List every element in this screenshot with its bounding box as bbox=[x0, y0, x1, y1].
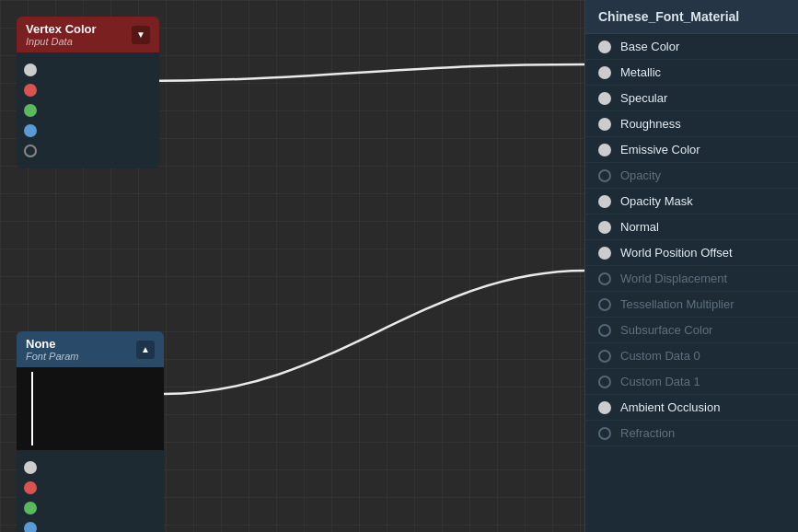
material-row-label: Custom Data 1 bbox=[620, 375, 700, 388]
material-row[interactable]: Base Color bbox=[585, 34, 798, 60]
material-panel-title: Chinese_Font_Material bbox=[585, 0, 798, 34]
material-pin bbox=[598, 40, 611, 53]
pin-red[interactable] bbox=[24, 481, 37, 494]
material-row[interactable]: Custom Data 0 bbox=[585, 343, 798, 369]
material-row[interactable]: Refraction bbox=[585, 421, 798, 446]
material-row-label: Subsurface Color bbox=[620, 323, 712, 337]
pin-white[interactable] bbox=[24, 461, 37, 474]
material-row[interactable]: Tessellation Multiplier bbox=[585, 292, 798, 318]
material-row[interactable]: Custom Data 1 bbox=[585, 369, 798, 395]
material-row[interactable]: Emissive Color bbox=[585, 137, 798, 163]
material-row-label: Base Color bbox=[620, 40, 679, 53]
pin-row bbox=[17, 141, 159, 161]
material-row[interactable]: Normal bbox=[585, 214, 798, 240]
vertex-color-title: Vertex Color bbox=[26, 22, 97, 36]
pin-row bbox=[17, 100, 159, 121]
material-row-label: Metallic bbox=[620, 65, 661, 79]
material-pin bbox=[598, 92, 611, 105]
vertex-color-collapse-button[interactable]: ▼ bbox=[132, 26, 150, 44]
material-pin bbox=[598, 401, 611, 414]
material-panel: Chinese_Font_Material Base ColorMetallic… bbox=[584, 0, 798, 532]
material-row-label: Custom Data 0 bbox=[620, 349, 700, 363]
vertex-color-body bbox=[17, 52, 159, 168]
pin-row bbox=[17, 457, 164, 478]
material-row[interactable]: Subsurface Color bbox=[585, 318, 798, 343]
none-node-header: None Font Param ▲ bbox=[17, 331, 164, 367]
material-pin bbox=[598, 298, 611, 311]
material-pin bbox=[598, 118, 611, 131]
vertex-color-header: Vertex Color Input Data ▼ bbox=[17, 17, 159, 52]
material-row[interactable]: Opacity bbox=[585, 163, 798, 189]
material-row-label: Opacity Mask bbox=[620, 194, 693, 208]
material-row[interactable]: Ambient Occlusion bbox=[585, 395, 798, 421]
none-node: None Font Param ▲ bbox=[17, 331, 164, 532]
material-row[interactable]: Roughness bbox=[585, 111, 798, 137]
none-node-collapse-button[interactable]: ▲ bbox=[136, 341, 155, 359]
material-row-label: World Position Offset bbox=[620, 246, 733, 260]
material-row[interactable]: Specular bbox=[585, 86, 798, 111]
material-pin bbox=[598, 195, 611, 208]
pin-white[interactable] bbox=[24, 64, 37, 76]
material-pin bbox=[598, 376, 611, 388]
material-row[interactable]: World Displacement bbox=[585, 266, 798, 292]
pin-blue[interactable] bbox=[24, 522, 37, 532]
material-pin bbox=[598, 350, 611, 363]
material-row-label: Refraction bbox=[620, 426, 675, 440]
material-pin bbox=[598, 66, 611, 79]
pin-blue[interactable] bbox=[24, 124, 37, 137]
none-node-subtitle: Font Param bbox=[26, 351, 78, 362]
material-row-label: Roughness bbox=[620, 117, 681, 131]
material-rows-container: Base ColorMetallicSpecularRoughnessEmiss… bbox=[585, 34, 798, 446]
pin-row bbox=[17, 80, 159, 100]
material-pin bbox=[598, 427, 611, 440]
pin-green[interactable] bbox=[24, 502, 37, 515]
pin-green[interactable] bbox=[24, 104, 37, 117]
none-node-body bbox=[17, 450, 164, 532]
pin-row bbox=[17, 518, 164, 532]
material-row-label: World Displacement bbox=[620, 272, 727, 285]
material-row-label: Emissive Color bbox=[620, 143, 700, 156]
pin-row bbox=[17, 498, 164, 518]
material-pin bbox=[598, 221, 611, 234]
pin-row bbox=[17, 60, 159, 80]
material-pin bbox=[598, 324, 611, 337]
vertex-color-subtitle: Input Data bbox=[26, 36, 97, 47]
material-pin bbox=[598, 169, 611, 182]
material-pin bbox=[598, 272, 611, 285]
material-row-label: Specular bbox=[620, 91, 667, 105]
material-pin bbox=[598, 144, 611, 156]
vertex-color-node: Vertex Color Input Data ▼ bbox=[17, 17, 159, 168]
material-row[interactable]: Opacity Mask bbox=[585, 189, 798, 214]
pin-gray[interactable] bbox=[24, 145, 37, 157]
pin-red[interactable] bbox=[24, 84, 37, 97]
pin-row bbox=[17, 121, 159, 141]
material-row[interactable]: World Position Offset bbox=[585, 240, 798, 266]
material-row-label: Opacity bbox=[620, 168, 661, 182]
pin-row bbox=[17, 478, 164, 498]
thumb-line-decoration bbox=[31, 372, 33, 445]
none-node-title: None bbox=[26, 337, 78, 351]
material-row-label: Tessellation Multiplier bbox=[620, 297, 734, 311]
material-row-label: Ambient Occlusion bbox=[620, 400, 720, 414]
material-row[interactable]: Metallic bbox=[585, 60, 798, 86]
none-node-thumbnail bbox=[17, 367, 164, 450]
material-row-label: Normal bbox=[620, 220, 659, 234]
material-pin bbox=[598, 247, 611, 260]
